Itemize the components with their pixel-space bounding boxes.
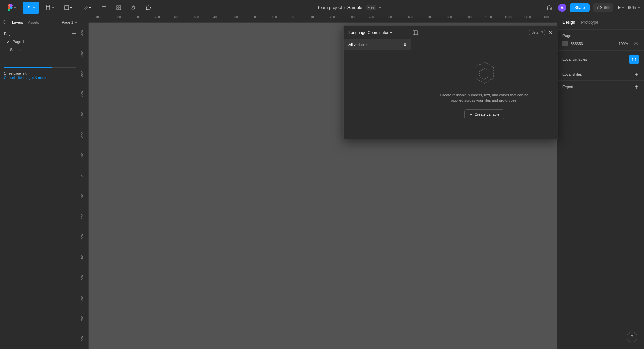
ruler-tick: 1200 <box>518 15 537 22</box>
comment-tool-button[interactable] <box>142 2 154 14</box>
dev-mode-toggle[interactable] <box>604 6 610 9</box>
create-variable-button[interactable]: Create variable <box>464 109 505 119</box>
ruler-tick: -400 <box>206 15 225 22</box>
cursor-icon <box>27 5 32 10</box>
svg-point-7 <box>635 43 637 44</box>
local-styles-section: Local styles <box>557 68 644 81</box>
empty-state-description: Create reusable numbers, text, and color… <box>434 92 535 103</box>
svg-rect-5 <box>119 8 121 10</box>
chevron-down-icon[interactable] <box>378 6 381 9</box>
ruler-tick: 800 <box>440 15 459 22</box>
sidebar-icon <box>413 30 418 35</box>
page-section: Page 535353 100% <box>557 30 644 51</box>
color-swatch[interactable] <box>562 41 568 46</box>
text-icon <box>102 5 106 10</box>
ruler-tick: 100 <box>303 15 323 22</box>
svg-marker-13 <box>480 69 489 79</box>
hand-tool-button[interactable] <box>127 2 140 14</box>
collection-item[interactable]: All variables 0 <box>344 39 411 50</box>
modal-sidebar: All variables 0 <box>344 39 411 139</box>
zoom-control[interactable]: 60% <box>628 5 640 10</box>
modal-main: Create reusable numbers, text, and color… <box>411 39 558 139</box>
color-hex-value[interactable]: 535353 <box>571 42 583 46</box>
tab-design[interactable]: Design <box>562 20 575 25</box>
play-icon <box>616 5 621 10</box>
quota-text: 1 free page left. <box>4 72 76 75</box>
ruler-tick: 1300 <box>537 15 557 22</box>
ruler-tick: 0 <box>80 166 88 186</box>
ruler-tick: -500 <box>80 64 88 84</box>
color-opacity-value[interactable]: 100% <box>619 42 628 46</box>
plus-icon <box>469 113 473 116</box>
share-button[interactable]: Share <box>570 3 590 12</box>
close-icon <box>548 30 553 35</box>
headphones-icon <box>546 5 552 11</box>
page-item[interactable]: Page 1 <box>0 38 80 46</box>
resources-button[interactable] <box>113 2 125 14</box>
ruler-tick: -600 <box>80 43 88 64</box>
variables-modal: Language Coordinator Beta All variables … <box>343 25 558 139</box>
pen-tool-button[interactable] <box>79 2 95 14</box>
hand-icon <box>131 5 136 10</box>
audio-button[interactable] <box>544 2 555 13</box>
top-toolbar: Team project / Sample Free A Share 60% <box>0 0 644 15</box>
svg-point-6 <box>3 21 6 24</box>
ruler-tick: 0 <box>284 15 303 22</box>
layer-item[interactable]: Sample <box>0 46 80 54</box>
sidebar-toggle-button[interactable] <box>413 30 418 35</box>
frame-tool-button[interactable] <box>42 2 58 14</box>
user-avatar[interactable]: A <box>558 4 566 12</box>
svg-rect-2 <box>117 6 118 7</box>
background-color-row[interactable]: 535353 100% <box>562 41 639 46</box>
ruler-tick: -600 <box>167 15 186 22</box>
add-style-button[interactable] <box>635 72 639 76</box>
ruler-vertical: -700-600-500-400-300-200-100010020030040… <box>80 23 89 349</box>
add-export-button[interactable] <box>635 85 639 89</box>
pages-header: Pages <box>0 30 80 38</box>
plus-icon <box>635 85 639 89</box>
chevron-down-icon <box>89 6 91 9</box>
modal-title[interactable]: Language Coordinator <box>348 30 392 35</box>
move-tool-button[interactable] <box>23 2 39 14</box>
main-menu-button[interactable] <box>4 2 20 14</box>
pages-header-label: Pages <box>4 32 14 36</box>
export-section: Export <box>557 81 644 93</box>
ruler-tick: 100 <box>80 186 88 207</box>
upgrade-link[interactable]: Get unlimited pages & more <box>4 76 76 80</box>
modal-body: All variables 0 Create reusable numbers,… <box>344 39 558 139</box>
plus-icon <box>635 72 639 76</box>
page-selector[interactable]: Page 1 <box>62 20 77 24</box>
shape-tool-button[interactable] <box>60 2 76 14</box>
plus-icon <box>72 32 76 36</box>
ruler-tick: -500 <box>186 15 206 22</box>
tab-layers[interactable]: Layers <box>12 20 23 24</box>
ruler-horizontal: -1000-900-800-700-600-500-400-300-200-10… <box>89 15 557 23</box>
layer-item-label: Sample <box>10 48 22 52</box>
visibility-toggle[interactable] <box>633 41 639 46</box>
ruler-tick: 600 <box>401 15 420 22</box>
svg-rect-3 <box>119 6 121 7</box>
text-tool-button[interactable] <box>98 2 110 14</box>
close-button[interactable] <box>548 30 553 35</box>
chevron-up-icon <box>75 21 77 24</box>
add-page-button[interactable] <box>72 32 76 36</box>
modal-header: Language Coordinator Beta <box>344 26 558 39</box>
ruler-tick: -100 <box>80 145 88 166</box>
document-name[interactable]: Sample <box>347 5 362 10</box>
present-button[interactable] <box>616 5 625 10</box>
page-quota: 1 free page left. Get unlimited pages & … <box>4 67 76 80</box>
zoom-value: 60% <box>628 5 636 10</box>
tab-assets[interactable]: Assets <box>28 20 39 24</box>
open-variables-button[interactable] <box>629 55 639 64</box>
ruler-tick: 400 <box>80 247 88 268</box>
search-button[interactable] <box>3 20 7 25</box>
ruler-tick: -800 <box>127 15 147 22</box>
beta-badge[interactable]: Beta <box>529 30 545 35</box>
help-button[interactable]: ? <box>627 332 637 342</box>
tab-prototype[interactable]: Prototype <box>581 20 598 25</box>
ruler-tick: 1000 <box>479 15 498 22</box>
ruler-tick: 300 <box>342 15 362 22</box>
breadcrumb-team[interactable]: Team project <box>317 5 342 10</box>
dev-mode-button[interactable] <box>593 3 613 12</box>
modal-title-text: Language Coordinator <box>348 30 388 35</box>
